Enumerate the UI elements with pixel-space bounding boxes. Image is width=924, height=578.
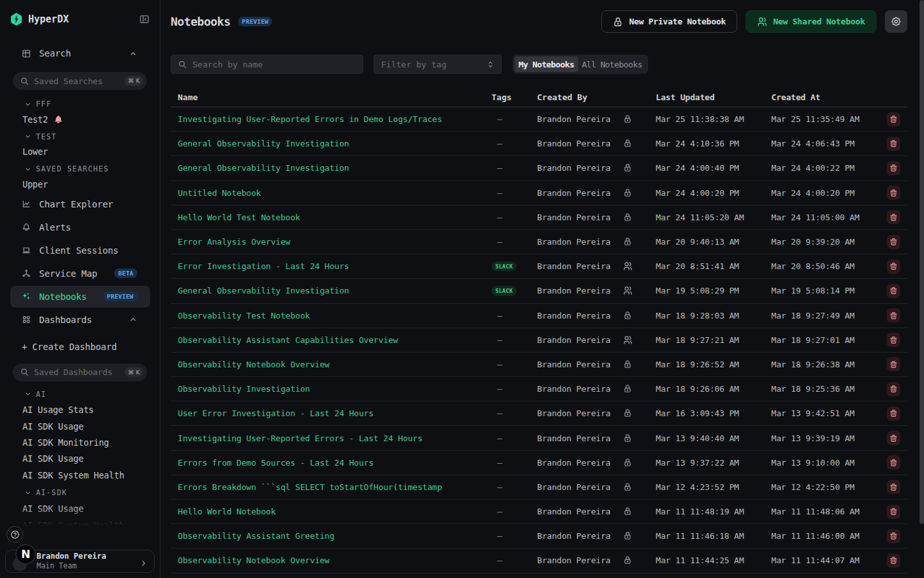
table-row[interactable]: General Observability Investigation — Br… bbox=[171, 132, 907, 156]
help-button[interactable] bbox=[6, 526, 23, 543]
notebook-name-link[interactable]: Observability Notebook Overview bbox=[178, 556, 329, 565]
delete-notebook-button[interactable] bbox=[887, 137, 900, 151]
sidebar-item-label: Notebooks bbox=[39, 292, 103, 302]
table-row[interactable]: Observability Test Notebook — Brandon Pe… bbox=[171, 304, 907, 328]
table-row[interactable]: Untitled Notebook — Brandon Pereira Mar … bbox=[171, 181, 907, 206]
sidebar-group: TEST Lower bbox=[0, 129, 160, 160]
notebook-name-link[interactable]: General Observability Investigation bbox=[178, 286, 349, 295]
notebook-name-link[interactable]: General Observability Investigation bbox=[178, 139, 349, 148]
delete-notebook-button[interactable] bbox=[887, 333, 900, 347]
table-row[interactable]: Hello World Test Notebook — Brandon Pere… bbox=[171, 206, 907, 230]
filter-by-tag-select[interactable]: Filter by tag bbox=[373, 55, 502, 74]
notebook-name-link[interactable]: Untitled Notebook bbox=[178, 188, 261, 198]
sidebar-list-item[interactable]: AI SDK Usage bbox=[0, 451, 160, 467]
empty-tag-dash: — bbox=[492, 434, 502, 443]
delete-notebook-button[interactable] bbox=[887, 210, 900, 224]
delete-notebook-button[interactable] bbox=[887, 112, 900, 127]
sidebar-list-item[interactable]: AI Usage Stats bbox=[0, 402, 160, 418]
saved-searches-input[interactable]: Saved Searches ⌘ K bbox=[13, 72, 147, 90]
delete-notebook-button[interactable] bbox=[887, 161, 900, 175]
delete-notebook-button[interactable] bbox=[887, 186, 900, 200]
sidebar-group-header[interactable]: SAVED SEARCHES bbox=[0, 161, 160, 177]
notebook-name-link[interactable]: Errors Breakdown ```sql SELECT toStartOf… bbox=[178, 482, 442, 492]
tab-my-notebooks[interactable]: My Notebooks bbox=[515, 57, 578, 72]
user-menu[interactable]: N Brandon Pereira Main Team bbox=[5, 550, 155, 573]
notebook-name-link[interactable]: Errors from Demo Sources - Last 24 Hours bbox=[178, 458, 373, 468]
sidebar-list-item-label: AI SDK Monitoring bbox=[22, 437, 109, 448]
delete-notebook-button[interactable] bbox=[887, 529, 900, 543]
sidebar-item-client-sessions[interactable]: Client Sessions bbox=[10, 240, 150, 261]
new-private-notebook-button[interactable]: New Private Notebook bbox=[601, 10, 737, 33]
new-shared-notebook-button[interactable]: New Shared Notebook bbox=[746, 10, 877, 33]
notebook-name-link[interactable]: User Error Investigation - Last 24 Hours bbox=[178, 408, 373, 418]
notebook-name-link[interactable]: Observability Assistant Greeting bbox=[178, 531, 334, 541]
sidebar-item-notebooks[interactable]: Notebooks PREVIEW bbox=[10, 286, 150, 308]
delete-notebook-button[interactable] bbox=[887, 284, 900, 298]
chevron-up-icon[interactable] bbox=[129, 315, 137, 324]
table-row[interactable]: General Observability Investigation SLAC… bbox=[171, 279, 907, 303]
sidebar-group-header[interactable]: TEST bbox=[0, 129, 160, 144]
sidebar-list-item[interactable]: Test2 bbox=[0, 112, 160, 127]
notebook-name-cell: Observability Investigation bbox=[171, 384, 492, 394]
delete-notebook-button[interactable] bbox=[887, 505, 900, 519]
notebook-name-link[interactable]: Observability Test Notebook bbox=[178, 311, 310, 320]
table-row[interactable]: Hello World Notebook — Brandon Pereira M… bbox=[171, 500, 907, 524]
table-row[interactable]: Errors Breakdown ```sql SELECT toStartOf… bbox=[171, 475, 907, 500]
saved-dashboards-input[interactable]: Saved Dashboards ⌘ K bbox=[13, 363, 147, 381]
sidebar-item-dashboards[interactable]: Dashboards bbox=[10, 309, 150, 331]
notebook-name-link[interactable]: Hello World Notebook bbox=[178, 507, 276, 516]
sidebar-list-item[interactable]: AI SDK Usage bbox=[0, 500, 160, 516]
notebook-name-link[interactable]: Investigating User-Reported Errors in De… bbox=[178, 114, 442, 124]
delete-notebook-button[interactable] bbox=[887, 407, 900, 421]
delete-notebook-button[interactable] bbox=[887, 554, 900, 568]
notebook-name-link[interactable]: Observability Assistant Capabilities Ove… bbox=[178, 335, 398, 345]
table-row[interactable]: General Observability Investigation — Br… bbox=[171, 156, 907, 180]
delete-notebook-button[interactable] bbox=[887, 357, 900, 371]
table-row[interactable]: Error Analysis Overview — Brandon Pereir… bbox=[171, 230, 907, 254]
sidebar-item-alerts[interactable]: Alerts bbox=[10, 216, 150, 238]
sidebar-group-header[interactable]: FFF bbox=[0, 96, 160, 112]
notebook-name-link[interactable]: Observability Notebook Overview bbox=[178, 360, 329, 369]
notebook-name-link[interactable]: Hello World Test Notebook bbox=[178, 213, 300, 222]
delete-notebook-button[interactable] bbox=[887, 308, 900, 322]
create-dashboard-button[interactable]: + Create Dashboard bbox=[10, 338, 150, 356]
notebook-name-link[interactable]: General Observability Investigation bbox=[178, 163, 349, 173]
table-row[interactable]: Investigating User-Reported Errors in De… bbox=[171, 107, 907, 132]
table-row[interactable]: Observability Investigation — Brandon Pe… bbox=[171, 377, 907, 401]
table-row[interactable]: Observability Notebook Overview — Brando… bbox=[171, 548, 907, 573]
sidebar-collapse-icon[interactable] bbox=[139, 14, 150, 24]
sidebar-item-service-map[interactable]: Service Map BETA bbox=[10, 263, 150, 285]
sidebar-list-item[interactable]: Upper bbox=[0, 177, 160, 192]
notebook-name-link[interactable]: Error Analysis Overview bbox=[178, 237, 290, 247]
delete-notebook-button[interactable] bbox=[887, 235, 900, 249]
delete-notebook-button[interactable] bbox=[887, 259, 900, 274]
sidebar-item-chart-explorer[interactable]: Chart Explorer bbox=[10, 193, 150, 215]
sidebar-list-item[interactable]: AI SDK System Health bbox=[0, 517, 160, 526]
sidebar-group-header[interactable]: AI-SDK bbox=[0, 485, 160, 500]
table-row[interactable]: Errors from Demo Sources - Last 24 Hours… bbox=[171, 451, 907, 475]
sidebar-list-item[interactable]: AI SDK Monitoring bbox=[0, 434, 160, 450]
sidebar-group-header[interactable]: AI bbox=[0, 387, 160, 402]
table-row[interactable]: User Error Investigation - Last 24 Hours… bbox=[171, 401, 907, 426]
sidebar-list-item[interactable]: AI SDK Usage bbox=[0, 418, 160, 434]
table-row[interactable]: Observability Assistant Capabilities Ove… bbox=[171, 328, 907, 353]
table-row[interactable]: Observability Notebook Overview — Brando… bbox=[171, 353, 907, 377]
table-row[interactable]: Investigating User-Reported Errors - Las… bbox=[171, 426, 907, 450]
table-row[interactable]: Observability Assistant Greeting — Brand… bbox=[171, 524, 907, 548]
sidebar-list-item[interactable]: AI SDK System Health bbox=[0, 467, 160, 483]
search-by-name-input[interactable]: Search by name bbox=[171, 55, 363, 74]
delete-notebook-button[interactable] bbox=[887, 431, 900, 445]
tab-all-notebooks[interactable]: All Notebooks bbox=[578, 57, 646, 72]
settings-button[interactable] bbox=[885, 10, 907, 33]
delete-notebook-button[interactable] bbox=[887, 480, 900, 494]
notebook-name-link[interactable]: Error Investigation - Last 24 Hours bbox=[178, 261, 349, 271]
chevron-up-icon[interactable] bbox=[129, 49, 137, 58]
delete-notebook-button[interactable] bbox=[887, 455, 900, 469]
sidebar-list-item[interactable]: Lower bbox=[0, 144, 160, 160]
window-scrollbar[interactable] bbox=[920, 0, 924, 524]
table-row[interactable]: Error Investigation - Last 24 Hours SLAC… bbox=[171, 254, 907, 279]
delete-notebook-button[interactable] bbox=[887, 382, 900, 396]
notebook-name-link[interactable]: Observability Investigation bbox=[178, 384, 310, 394]
sidebar-item-search[interactable]: Search bbox=[10, 42, 150, 64]
notebook-name-link[interactable]: Investigating User-Reported Errors - Las… bbox=[178, 434, 422, 443]
